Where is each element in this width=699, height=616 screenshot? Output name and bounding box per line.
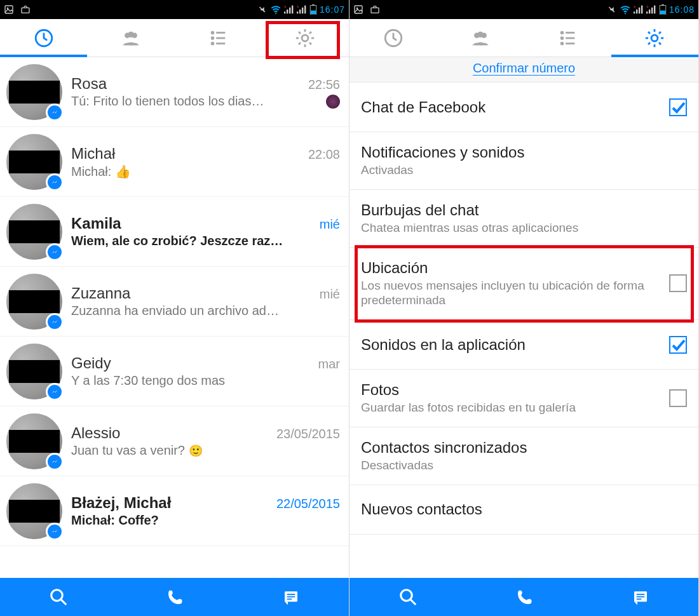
call-button[interactable] [466, 578, 582, 616]
briefcase-icon [370, 4, 380, 15]
avatar[interactable] [6, 134, 62, 190]
setting-subtitle: Activadas [361, 163, 687, 178]
svg-rect-26 [216, 43, 225, 44]
setting-row[interactable]: UbicaciónLos nuevos mensajes incluyen tu… [350, 248, 698, 321]
setting-title: Burbujas del chat [361, 201, 687, 219]
svg-rect-2 [22, 8, 29, 13]
svg-text:×: × [634, 5, 636, 9]
status-bar: × × 16:08 [350, 0, 698, 19]
svg-rect-22 [216, 32, 225, 34]
conversation-row[interactable]: GeidymarY a las 7:30 tengo dos mas [0, 337, 349, 406]
avatar[interactable] [6, 274, 62, 330]
conversation-preview: Zuzanna ha enviado un archivo ad… [71, 304, 340, 318]
tab-groups[interactable] [524, 19, 611, 57]
setting-checkbox[interactable] [669, 389, 687, 407]
messenger-badge-icon [46, 313, 64, 331]
settings-list: Chat de FacebookNotificaciones y sonidos… [350, 83, 698, 535]
svg-rect-4 [284, 11, 285, 13]
tab-groups[interactable] [175, 19, 262, 57]
svg-rect-9 [297, 11, 298, 13]
svg-rect-57 [566, 37, 574, 39]
top-tabbar [350, 19, 698, 57]
setting-row[interactable]: Contactos sincronizadosDesactivadas [350, 427, 698, 485]
tab-recent[interactable] [350, 19, 437, 57]
tab-people[interactable] [437, 19, 524, 57]
wifi-icon [270, 4, 282, 15]
conversation-name: Kamila [71, 215, 315, 232]
conversation-preview: Juan tu vas a venir? 🙂 [71, 443, 340, 458]
conversation-name: Geidy [71, 354, 313, 372]
top-tabbar [0, 19, 349, 57]
mute-icon [257, 4, 268, 15]
setting-row[interactable]: Chat de Facebook [350, 83, 698, 132]
svg-point-60 [651, 35, 658, 41]
conversation-name: Rosa [71, 75, 303, 93]
image-icon [353, 4, 363, 15]
bottom-bar [350, 578, 698, 616]
wifi-icon [620, 4, 631, 15]
svg-rect-42 [646, 11, 648, 13]
messenger-badge-icon [46, 523, 64, 540]
setting-checkbox[interactable] [669, 336, 687, 354]
svg-rect-40 [641, 6, 642, 14]
conversation-list: Rosa22:56Tú: Frito lo tienen todos los d… [0, 57, 349, 546]
svg-rect-6 [289, 8, 290, 14]
tab-settings[interactable] [262, 19, 349, 57]
setting-row[interactable]: Nuevos contactos [350, 485, 698, 535]
svg-text:×: × [284, 5, 287, 9]
svg-rect-12 [304, 6, 306, 14]
conversation-preview: Wiem, ale co zrobić? Jeszcze raz… [71, 234, 340, 248]
search-button[interactable] [0, 578, 116, 616]
setting-checkbox[interactable] [669, 98, 687, 116]
conversation-row[interactable]: ZuzannamiéZuzanna ha enviado un archivo … [0, 267, 349, 337]
tab-recent[interactable] [0, 19, 87, 57]
tab-people[interactable] [87, 19, 174, 57]
setting-checkbox[interactable] [669, 274, 687, 292]
setting-row[interactable]: Sonidos en la aplicación [350, 320, 698, 370]
briefcase-icon [20, 4, 31, 15]
avatar[interactable] [6, 64, 62, 120]
signal-2-icon: × [297, 5, 307, 14]
compose-button[interactable] [582, 578, 698, 616]
conversation-row[interactable]: Michał22:08Michał: 👍 [0, 127, 349, 197]
setting-row[interactable]: FotosGuardar las fotos recibidas en tu g… [350, 370, 698, 427]
tab-settings[interactable] [611, 19, 698, 57]
conversation-row[interactable]: Alessio23/05/2015Juan tu vas a venir? 🙂 [0, 406, 349, 476]
signal-2-icon: × [646, 5, 656, 14]
svg-rect-11 [302, 8, 303, 14]
smiley-icon: 🙂 [189, 445, 203, 457]
svg-rect-64 [636, 596, 644, 598]
battery-icon [309, 4, 317, 15]
avatar[interactable] [6, 413, 62, 469]
conversation-time: 22/05/2015 [276, 497, 340, 511]
svg-rect-59 [566, 43, 574, 44]
avatar[interactable] [6, 483, 62, 539]
conversation-time: mié [320, 217, 340, 232]
svg-rect-35 [371, 8, 379, 13]
bottom-bar [0, 578, 349, 616]
messenger-badge-icon [46, 383, 64, 401]
setting-row[interactable]: Burbujas del chatChatea mientras usas ot… [350, 190, 698, 248]
setting-row[interactable]: Notificaciones y sonidosActivadas [350, 132, 698, 190]
svg-rect-44 [651, 8, 653, 14]
conversation-row[interactable]: Błażej, Michał22/05/2015Michał: Coffe? [0, 476, 349, 546]
compose-button[interactable] [233, 578, 349, 616]
conversation-name: Zuzanna [71, 285, 315, 302]
avatar[interactable] [6, 204, 62, 260]
call-button[interactable] [116, 578, 233, 616]
confirm-number-link[interactable]: Confirmar número [473, 61, 575, 76]
confirm-number-banner[interactable]: Confirmar número [350, 57, 698, 83]
mute-icon [607, 4, 617, 15]
messenger-badge-icon [46, 453, 64, 471]
svg-point-25 [211, 41, 215, 45]
conversation-row[interactable]: Rosa22:56Tú: Frito lo tienen todos los d… [0, 57, 349, 127]
avatar[interactable] [6, 344, 62, 399]
svg-rect-32 [287, 599, 292, 600]
search-button[interactable] [350, 578, 466, 616]
svg-rect-39 [639, 8, 640, 14]
conversation-row[interactable]: KamilamiéWiem, ale co zrobić? Jeszcze ra… [0, 197, 349, 267]
thumbs-up-icon: 👍 [115, 164, 131, 178]
messenger-badge-icon [46, 243, 64, 261]
setting-title: Sonidos en la aplicación [361, 336, 662, 354]
signal-1-icon: × [634, 5, 644, 14]
